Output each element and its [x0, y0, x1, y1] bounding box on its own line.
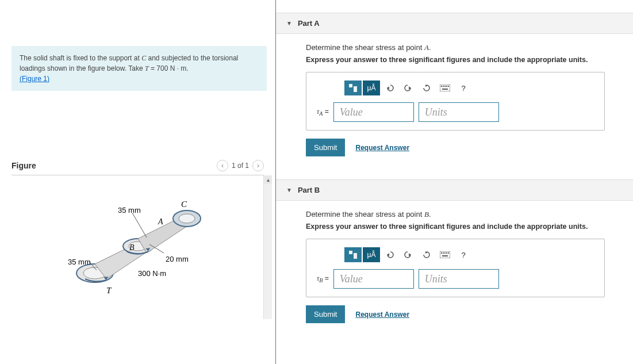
svg-rect-12: [349, 84, 352, 87]
templates-icon: [348, 250, 358, 259]
part-b-instruction: Express your answer to three significant…: [306, 223, 616, 231]
part-a-instruction: Express your answer to three significant…: [306, 56, 616, 64]
keyboard-button[interactable]: [436, 81, 454, 95]
templates-icon: [348, 83, 358, 93]
help-button[interactable]: ?: [455, 247, 472, 262]
figure-prev-button[interactable]: ‹: [217, 160, 228, 171]
part-a-answer-frame: μÅ ? τA = V: [306, 72, 605, 131]
right-pane: ▼ Part A Determine the shear stress at p…: [276, 0, 633, 364]
label-300nm: 300 N·m: [138, 269, 166, 278]
figure-body: C A B 35 mm 35 mm 20 mm 300 N·m T ▴: [11, 175, 264, 313]
part-b-title: Part B: [298, 186, 320, 194]
svg-rect-17: [440, 85, 450, 91]
scroll-up-icon[interactable]: ▴: [264, 175, 272, 184]
tau-a-label: τA =: [317, 108, 329, 117]
collapse-icon: ▼: [286, 187, 292, 193]
undo-button[interactable]: [381, 247, 398, 262]
part-b-submit-row: Submit Request Answer: [306, 305, 616, 323]
label-20mm: 20 mm: [166, 255, 189, 263]
part-b-header[interactable]: ▼ Part B: [276, 179, 633, 201]
point-c-var: C: [141, 54, 146, 62]
svg-rect-34: [448, 252, 449, 254]
svg-rect-32: [444, 252, 446, 254]
svg-rect-31: [443, 252, 444, 254]
tau-b-label: τB =: [317, 274, 329, 283]
problem-eq: = 700: [149, 64, 170, 72]
keyboard-button[interactable]: [436, 247, 454, 262]
units-format-button[interactable]: μÅ: [363, 247, 380, 262]
problem-statement: The solid shaft is fixed to the support …: [11, 46, 267, 91]
reset-button[interactable]: [418, 247, 435, 262]
submit-button[interactable]: Submit: [306, 305, 345, 323]
part-b-prompt: Determine the shear stress at point B.: [306, 210, 616, 219]
svg-rect-20: [444, 86, 446, 87]
templates-button[interactable]: [344, 247, 362, 262]
part-a-header[interactable]: ▼ Part A: [276, 13, 633, 34]
label-a: A: [158, 217, 163, 226]
units-input[interactable]: Units: [419, 102, 499, 122]
keyboard-icon: [440, 251, 450, 258]
svg-rect-18: [441, 86, 442, 87]
svg-rect-19: [443, 86, 444, 87]
redo-icon: [404, 84, 412, 92]
undo-button[interactable]: [381, 81, 398, 95]
label-35mm-left: 35 mm: [68, 258, 91, 266]
label-c: C: [181, 200, 187, 209]
figure-scrollbar[interactable]: ▴: [263, 175, 272, 319]
figure-header: Figure ‹ 1 of 1 ›: [11, 160, 264, 175]
redo-button[interactable]: [400, 81, 417, 95]
part-b-block: ▼ Part B Determine the shear stress at p…: [276, 179, 633, 334]
units-format-button[interactable]: μÅ: [363, 81, 380, 95]
undo-icon: [386, 251, 394, 259]
reset-button[interactable]: [418, 81, 435, 95]
request-answer-link[interactable]: Request Answer: [355, 144, 409, 152]
undo-icon: [386, 84, 394, 92]
request-answer-link[interactable]: Request Answer: [355, 311, 409, 319]
redo-icon: [404, 251, 412, 259]
svg-rect-13: [354, 86, 357, 92]
part-a-title: Part A: [298, 19, 320, 28]
part-b-answer-frame: μÅ ? τB = V: [306, 239, 605, 297]
svg-rect-21: [446, 86, 447, 87]
reset-icon: [423, 84, 431, 92]
part-a-block: ▼ Part A Determine the shear stress at p…: [276, 13, 633, 167]
svg-rect-33: [446, 252, 447, 254]
svg-line-7: [132, 213, 147, 237]
problem-period: .: [186, 64, 188, 72]
left-pane: The solid shaft is fixed to the support …: [0, 0, 276, 364]
svg-rect-30: [441, 252, 442, 254]
submit-button[interactable]: Submit: [306, 139, 345, 156]
figure-section: Figure ‹ 1 of 1 ›: [0, 160, 275, 313]
point-b-var: B: [424, 210, 429, 219]
part-b-input-row: τB = Value Units: [317, 269, 594, 289]
part-b-body: Determine the shear stress at point B. E…: [276, 201, 633, 334]
point-a-var: A: [424, 43, 429, 52]
part-b-toolbar: μÅ ?: [344, 247, 594, 262]
svg-rect-29: [440, 251, 450, 258]
label-35mm-top: 35 mm: [118, 206, 141, 214]
reset-icon: [423, 251, 431, 259]
figure-counter: 1 of 1: [232, 162, 249, 170]
help-button[interactable]: ?: [455, 81, 472, 95]
collapse-icon: ▼: [286, 20, 292, 26]
figure-link[interactable]: (Figure 1): [20, 75, 49, 83]
value-input[interactable]: Value: [333, 102, 414, 122]
label-b: B: [129, 243, 135, 252]
svg-rect-22: [448, 86, 449, 87]
figure-nav: ‹ 1 of 1 ›: [217, 160, 264, 171]
svg-rect-25: [354, 253, 357, 259]
part-a-input-row: τA = Value Units: [317, 102, 594, 122]
svg-rect-24: [349, 251, 352, 254]
redo-button[interactable]: [400, 247, 417, 262]
problem-text: The solid shaft is fixed to the support …: [20, 54, 141, 62]
shaft-diagram: C A B 35 mm 35 mm 20 mm 300 N·m T: [63, 187, 213, 302]
templates-button[interactable]: [344, 81, 362, 95]
keyboard-icon: [440, 85, 450, 91]
units-input[interactable]: Units: [419, 269, 499, 289]
svg-rect-35: [442, 255, 448, 256]
problem-unit: N · m: [170, 64, 187, 72]
svg-point-5: [179, 214, 195, 223]
var-t: T: [145, 64, 149, 72]
value-input[interactable]: Value: [333, 269, 414, 289]
figure-next-button[interactable]: ›: [252, 160, 264, 171]
